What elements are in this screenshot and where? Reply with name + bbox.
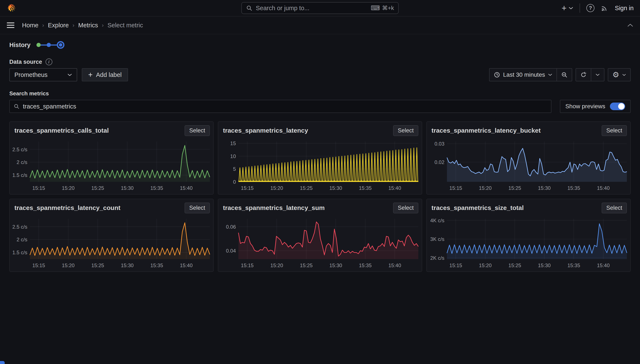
select-metric-button[interactable]: Select xyxy=(184,202,210,213)
breadcrumb-separator: › xyxy=(102,22,104,28)
history-step-current-icon[interactable] xyxy=(57,41,64,49)
settings-group: ⚙ xyxy=(608,68,631,81)
info-icon[interactable]: i xyxy=(46,58,52,65)
svg-text:15:30: 15:30 xyxy=(538,185,550,191)
show-previews-control: Show previews xyxy=(560,100,631,113)
svg-text:15:35: 15:35 xyxy=(359,185,372,191)
breadcrumb-metrics[interactable]: Metrics xyxy=(78,22,98,29)
svg-text:5: 5 xyxy=(233,166,236,172)
add-label-button[interactable]: + Add label xyxy=(82,68,128,81)
svg-text:15:20: 15:20 xyxy=(270,262,283,268)
metric-panel-title: traces_spanmetrics_latency_sum xyxy=(223,202,325,212)
new-menu-button[interactable]: + xyxy=(562,4,573,12)
search-row: Show previews xyxy=(9,100,631,113)
show-previews-toggle[interactable] xyxy=(610,102,625,110)
search-metrics-label: Search metrics xyxy=(9,90,631,97)
search-metrics-input[interactable] xyxy=(23,103,547,110)
select-metric-button[interactable]: Select xyxy=(393,125,418,136)
chevron-down-icon xyxy=(548,74,552,76)
svg-text:15:40: 15:40 xyxy=(597,262,610,268)
select-metric-button[interactable]: Select xyxy=(393,202,418,213)
menu-toggle-button[interactable] xyxy=(7,22,14,28)
svg-text:0.06: 0.06 xyxy=(226,224,236,230)
svg-text:10: 10 xyxy=(230,154,236,159)
svg-text:15:40: 15:40 xyxy=(180,262,193,268)
zoom-out-icon xyxy=(561,72,568,78)
history-step-start-icon[interactable] xyxy=(36,43,41,47)
svg-text:15:35: 15:35 xyxy=(359,262,372,268)
history-step-icon[interactable] xyxy=(46,43,51,47)
refresh-icon xyxy=(580,72,586,78)
svg-text:15:40: 15:40 xyxy=(388,185,401,191)
topbar-actions: + ? Sign in xyxy=(562,4,634,13)
svg-text:15:15: 15:15 xyxy=(241,185,254,191)
zoom-out-button[interactable] xyxy=(556,69,572,81)
svg-text:15:15: 15:15 xyxy=(32,185,45,191)
svg-text:0.04: 0.04 xyxy=(226,248,236,254)
metric-panel: traces_spanmetrics_latencySelect05101515… xyxy=(218,122,422,194)
svg-text:15:25: 15:25 xyxy=(91,185,104,191)
metric-chart: 1.5 c/s2 c/s2.5 c/s15:1515:2015:2515:301… xyxy=(10,213,213,271)
svg-text:15:30: 15:30 xyxy=(329,262,342,268)
svg-text:15:20: 15:20 xyxy=(479,185,492,191)
sign-in-button[interactable]: Sign in xyxy=(615,5,634,12)
corner-accent xyxy=(0,361,5,364)
svg-text:15:35: 15:35 xyxy=(150,185,163,191)
svg-text:15:25: 15:25 xyxy=(300,262,312,268)
time-range-picker[interactable]: Last 30 minutes xyxy=(490,69,556,81)
metric-chart: 0.040.0615:1515:2015:2515:3015:3515:40 xyxy=(218,213,422,271)
search-icon xyxy=(246,5,252,11)
help-icon: ? xyxy=(589,5,592,11)
news-rss-icon[interactable] xyxy=(601,4,608,12)
svg-text:15:20: 15:20 xyxy=(479,262,492,268)
metric-panel-title: traces_spanmetrics_calls_total xyxy=(14,125,109,134)
svg-text:2K c/s: 2K c/s xyxy=(430,255,444,261)
chevron-down-icon xyxy=(568,7,573,10)
chevron-down-icon xyxy=(622,74,626,76)
history-connector xyxy=(41,44,46,46)
svg-text:15:25: 15:25 xyxy=(91,262,104,268)
svg-text:15:15: 15:15 xyxy=(450,262,462,268)
add-label-text: Add label xyxy=(96,72,122,78)
plus-icon: + xyxy=(88,71,92,78)
breadcrumb-explore[interactable]: Explore xyxy=(48,22,69,29)
refresh-button[interactable] xyxy=(576,69,591,81)
chevron-down-icon xyxy=(68,74,72,76)
metric-chart: 2K c/s3K c/s4K c/s15:1515:2015:2515:3015… xyxy=(427,213,630,271)
metric-panel-title: traces_spanmetrics_latency_count xyxy=(14,202,120,212)
refresh-interval-dropdown[interactable] xyxy=(591,69,604,81)
global-search-box[interactable]: Search or jump to... ⌨ ⌘+k xyxy=(242,2,398,14)
clock-icon xyxy=(494,72,500,78)
breadcrumb-home[interactable]: Home xyxy=(22,22,38,29)
select-metric-button[interactable]: Select xyxy=(184,125,210,136)
plus-icon: + xyxy=(562,4,566,12)
grafana-logo[interactable] xyxy=(6,3,16,13)
svg-text:15:30: 15:30 xyxy=(121,185,134,191)
svg-text:15: 15 xyxy=(230,140,236,146)
datasource-picker[interactable]: Prometheus xyxy=(9,68,77,81)
collapse-controls-button[interactable] xyxy=(627,24,633,27)
select-metric-button[interactable]: Select xyxy=(602,125,627,136)
svg-text:15:25: 15:25 xyxy=(508,185,521,191)
svg-text:15:20: 15:20 xyxy=(62,262,74,268)
refresh-group xyxy=(576,68,604,81)
metric-panel-title: traces_spanmetrics_size_total xyxy=(432,202,524,212)
svg-text:15:30: 15:30 xyxy=(121,262,134,268)
search-metrics-field[interactable] xyxy=(9,100,552,113)
datasource-value: Prometheus xyxy=(14,72,48,78)
settings-button[interactable]: ⚙ xyxy=(608,69,630,81)
svg-text:15:35: 15:35 xyxy=(568,262,580,268)
metric-panel: traces_spanmetrics_latency_sumSelect0.04… xyxy=(218,199,422,272)
svg-text:15:30: 15:30 xyxy=(329,185,342,191)
svg-text:15:40: 15:40 xyxy=(180,185,193,191)
metric-panel: traces_spanmetrics_latency_bucketSelect0… xyxy=(426,122,631,194)
help-button[interactable]: ? xyxy=(586,4,594,12)
svg-text:15:35: 15:35 xyxy=(150,262,163,268)
breadcrumb: Home › Explore › Metrics › Select metric xyxy=(22,22,143,29)
search-icon xyxy=(14,104,20,109)
history-connector xyxy=(51,44,57,46)
select-metric-button[interactable]: Select xyxy=(602,202,627,213)
chevron-down-icon xyxy=(596,74,600,76)
svg-text:15:25: 15:25 xyxy=(300,185,312,191)
svg-text:0: 0 xyxy=(233,179,236,185)
